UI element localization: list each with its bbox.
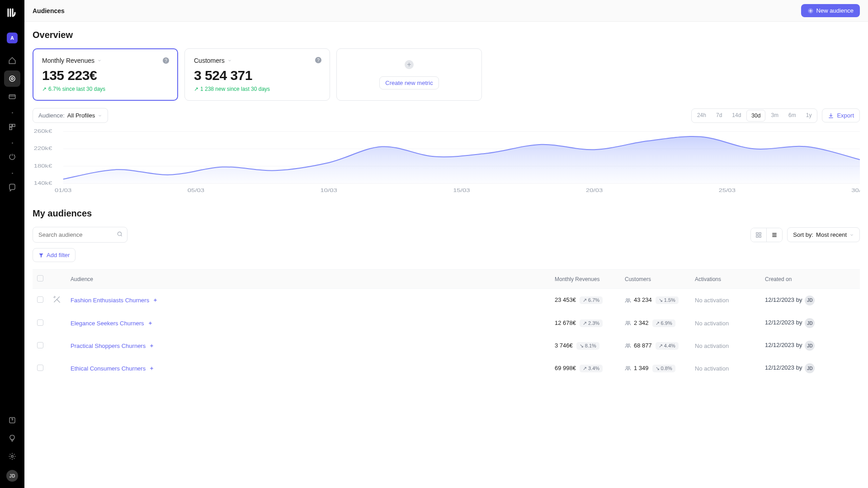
audiences-table: Audience Monthly Revenues Customers Acti… <box>33 269 860 380</box>
people-icon <box>625 365 631 371</box>
activation-status: No activation <box>695 297 729 304</box>
nav-activations[interactable] <box>4 149 20 165</box>
nav-messages[interactable] <box>4 179 20 196</box>
svg-point-35 <box>626 366 628 368</box>
search-icon <box>117 231 123 239</box>
nav-separator <box>12 173 13 174</box>
audience-name-link[interactable]: Elegance Seekers Churners ✦ <box>71 320 153 327</box>
nav-separator <box>12 142 13 144</box>
svg-text:220k€: 220k€ <box>34 145 52 151</box>
metric-label: Monthly Revenues <box>42 57 94 64</box>
select-all-checkbox[interactable] <box>37 275 43 282</box>
creator-avatar: JD <box>805 341 815 351</box>
app-logo <box>6 6 19 19</box>
revenue-value: 23 453€ <box>555 296 576 303</box>
audience-name-link[interactable]: Fashion Enthusiasts Churners ✦ <box>71 297 158 304</box>
svg-rect-2 <box>9 95 15 99</box>
svg-text:15/03: 15/03 <box>453 188 470 193</box>
period-tabs: 24h7d14d30d3m6m1y <box>691 108 817 123</box>
svg-point-32 <box>628 321 630 323</box>
audience-filter-select[interactable]: Audience: All Profiles <box>33 108 108 123</box>
period-tab-1y[interactable]: 1y <box>802 110 816 122</box>
period-tab-7d[interactable]: 7d <box>712 110 726 122</box>
customers-trend-pill: ↘ 0.8% <box>652 365 675 372</box>
period-tab-14d[interactable]: 14d <box>727 110 745 122</box>
nav-home[interactable] <box>4 52 20 69</box>
row-checkbox[interactable] <box>37 342 43 348</box>
sparkle-icon: ✦ <box>149 343 154 349</box>
table-row: Practical Shoppers Churners ✦ 3 746€↘ 8.… <box>33 334 860 357</box>
metric-trend: ↗ 6.7% since last 30 days <box>42 86 169 92</box>
page-title: Audiences <box>33 7 65 14</box>
customers-value: 68 877 <box>634 342 652 349</box>
activation-status: No activation <box>695 320 729 327</box>
sort-select[interactable]: Sort by: Most recent <box>787 227 860 242</box>
svg-point-24 <box>118 232 121 235</box>
nav-analytics[interactable] <box>4 119 20 135</box>
add-filter-button[interactable]: Add filter <box>33 248 75 262</box>
list-icon <box>771 232 778 238</box>
svg-text:180k€: 180k€ <box>34 163 52 169</box>
svg-text:25/03: 25/03 <box>719 188 736 193</box>
activation-status: No activation <box>695 365 729 372</box>
topbar: Audiences New audience <box>24 0 868 22</box>
new-audience-label: New audience <box>816 7 854 14</box>
svg-point-29 <box>626 298 628 300</box>
chart-toolbar: Audience: All Profiles 24h7d14d30d3m6m1y… <box>33 108 860 123</box>
row-checkbox[interactable] <box>37 319 43 326</box>
period-tab-3m[interactable]: 3m <box>766 110 783 122</box>
col-customers: Customers <box>620 270 690 289</box>
customers-trend-pill: ↗ 4.4% <box>656 342 679 350</box>
revenue-trend-pill: ↗ 2.3% <box>580 319 603 327</box>
svg-text:260k€: 260k€ <box>34 129 52 134</box>
create-metric-button[interactable]: Create new metric <box>379 76 439 89</box>
help-icon[interactable]: ? <box>315 57 321 63</box>
people-icon <box>625 343 631 349</box>
creator-avatar: JD <box>805 318 815 328</box>
row-checkbox[interactable] <box>37 296 43 303</box>
row-checkbox[interactable] <box>37 365 43 371</box>
svg-text:140k€: 140k€ <box>34 180 52 186</box>
audience-icon <box>52 299 61 305</box>
svg-rect-3 <box>9 124 12 127</box>
metric-label: Customers <box>194 57 225 64</box>
created-date: 12/12/2023 by <box>765 364 802 371</box>
period-tab-30d[interactable]: 30d <box>746 110 765 122</box>
col-activations: Activations <box>690 270 760 289</box>
customers-trend-pill: ↘ 1.5% <box>656 296 679 304</box>
sparkle-icon: ✦ <box>153 297 158 304</box>
workspace-badge[interactable]: A <box>7 33 18 43</box>
col-created: Created on <box>760 270 860 289</box>
grid-icon <box>755 232 762 238</box>
filter-icon <box>38 253 44 258</box>
revenue-trend-pill: ↗ 6.7% <box>580 296 603 304</box>
sidebar: A JD <box>0 0 24 398</box>
svg-point-33 <box>626 344 628 346</box>
revenue-value: 69 998€ <box>555 365 576 371</box>
audience-name-link[interactable]: Ethical Consumers Churners ✦ <box>71 365 154 372</box>
metric-card-customers[interactable]: Customers ? 3 524 371 ↗ 1 238 new since … <box>184 48 330 101</box>
trend-up-icon: ↗ <box>42 86 47 92</box>
svg-text:30/03: 30/03 <box>851 188 860 193</box>
svg-point-1 <box>11 78 14 80</box>
search-input[interactable] <box>33 227 127 243</box>
metric-card-revenues[interactable]: Monthly Revenues ? 135 223€ ↗ 6.7% since… <box>33 48 178 101</box>
period-tab-6m[interactable]: 6m <box>784 110 801 122</box>
nav-segments[interactable] <box>4 89 20 105</box>
svg-rect-4 <box>13 124 15 127</box>
sparkle-icon: ✦ <box>149 365 154 372</box>
overview-title: Overview <box>33 30 860 40</box>
period-tab-24h[interactable]: 24h <box>693 110 711 122</box>
svg-point-31 <box>626 321 628 323</box>
new-audience-button[interactable]: New audience <box>801 4 860 17</box>
create-metric-card: + Create new metric <box>336 48 482 101</box>
plus-icon: + <box>405 60 414 69</box>
export-button[interactable]: Export <box>822 108 860 122</box>
grid-view-button[interactable] <box>751 228 766 242</box>
list-view-button[interactable] <box>766 228 782 242</box>
svg-rect-28 <box>759 235 761 237</box>
created-date: 12/12/2023 by <box>765 342 802 348</box>
nav-audiences[interactable] <box>4 70 20 87</box>
help-icon[interactable]: ? <box>163 57 169 64</box>
audience-name-link[interactable]: Practical Shoppers Churners ✦ <box>71 343 154 349</box>
